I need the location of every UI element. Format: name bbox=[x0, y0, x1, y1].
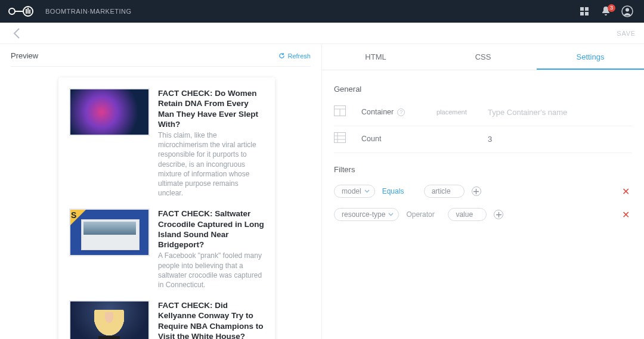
editor-tabs: HTML CSS Settings bbox=[322, 44, 644, 70]
svg-rect-5 bbox=[29, 10, 30, 14]
tab-settings[interactable]: Settings bbox=[537, 44, 644, 70]
preview-pane: Preview Refresh FACT CHECK: Do Women Ret… bbox=[0, 44, 322, 339]
tab-css[interactable]: CSS bbox=[429, 44, 537, 70]
svg-rect-9 bbox=[585, 12, 589, 15]
filter-left-select[interactable]: model bbox=[334, 185, 375, 198]
container-input[interactable] bbox=[488, 108, 632, 117]
filter-left-select[interactable]: resource-type bbox=[334, 208, 399, 221]
help-icon[interactable]: ? bbox=[397, 108, 405, 116]
count-label: Count bbox=[361, 135, 433, 143]
svg-rect-6 bbox=[580, 7, 584, 11]
top-nav: BOOMTRAIN·MARKETING 3 bbox=[0, 0, 644, 23]
article-row[interactable]: FACT CHECK: Did Kellyanne Conway Try to … bbox=[69, 300, 264, 339]
refresh-icon bbox=[278, 52, 285, 59]
article-desc: This claim, like the microchimerism the … bbox=[158, 130, 264, 198]
count-value[interactable]: 3 bbox=[488, 135, 632, 144]
logo[interactable] bbox=[8, 5, 35, 17]
article-thumbnail bbox=[69, 300, 150, 339]
svg-rect-7 bbox=[585, 7, 589, 11]
logo-icon bbox=[8, 5, 35, 17]
section-filters-title: Filters bbox=[334, 165, 632, 174]
article-thumbnail: S bbox=[69, 209, 150, 256]
filter-right-select[interactable]: article bbox=[424, 185, 465, 198]
svg-point-0 bbox=[9, 8, 15, 14]
svg-rect-15 bbox=[335, 133, 346, 143]
brand-text: BOOMTRAIN·MARKETING bbox=[45, 8, 132, 15]
main-split: Preview Refresh FACT CHECK: Do Women Ret… bbox=[0, 44, 644, 339]
sub-bar: SAVE bbox=[0, 23, 644, 44]
add-filter-value-button[interactable] bbox=[472, 186, 481, 196]
refresh-label: Refresh bbox=[287, 52, 311, 60]
article-title: FACT CHECK: Do Women Retain DNA From Eve… bbox=[158, 88, 264, 129]
svg-point-11 bbox=[626, 8, 629, 12]
article-desc: A Facebook "prank" fooled many people in… bbox=[158, 251, 264, 290]
field-count: Count 3 bbox=[334, 126, 632, 153]
tab-html[interactable]: HTML bbox=[322, 44, 429, 70]
article-row[interactable]: S FACT CHECK: Saltwater Crocodile Captur… bbox=[69, 209, 264, 290]
svg-rect-4 bbox=[27, 8, 29, 14]
plus-icon bbox=[473, 189, 479, 194]
filter-right-select[interactable]: value bbox=[448, 208, 487, 221]
chevron-down-icon bbox=[364, 189, 370, 193]
article-title: FACT CHECK: Saltwater Crocodile Captured… bbox=[158, 209, 264, 250]
profile-icon[interactable] bbox=[619, 3, 636, 20]
svg-rect-3 bbox=[26, 9, 27, 14]
chevron-left-icon bbox=[13, 27, 21, 39]
refresh-button[interactable]: Refresh bbox=[278, 52, 311, 60]
notifications-icon[interactable]: 3 bbox=[597, 3, 614, 20]
article-thumbnail bbox=[69, 88, 150, 136]
article-title: FACT CHECK: Did Kellyanne Conway Try to … bbox=[158, 300, 264, 339]
preview-title: Preview bbox=[11, 51, 38, 60]
add-filter-value-button[interactable] bbox=[494, 210, 503, 219]
container-label: Container ? bbox=[361, 108, 433, 116]
settings-pane: HTML CSS Settings General Container ? pl… bbox=[322, 44, 644, 339]
plus-icon bbox=[496, 212, 501, 217]
remove-filter-button[interactable]: ✕ bbox=[620, 186, 632, 197]
filter-row: resource-type Operator value ✕ bbox=[334, 203, 632, 226]
count-field-icon bbox=[334, 132, 347, 145]
section-general-title: General bbox=[334, 85, 632, 94]
save-button[interactable]: SAVE bbox=[617, 30, 636, 37]
filter-row: model Equals article ✕ bbox=[334, 180, 632, 203]
chevron-down-icon bbox=[388, 213, 394, 216]
filter-operator[interactable]: Equals bbox=[382, 187, 417, 195]
field-container: Container ? placement bbox=[334, 99, 632, 126]
filter-operator[interactable]: Operator bbox=[406, 210, 441, 219]
svg-rect-8 bbox=[580, 12, 584, 15]
back-button[interactable] bbox=[8, 25, 25, 42]
remove-filter-button[interactable]: ✕ bbox=[620, 209, 632, 220]
container-field-icon bbox=[334, 105, 347, 119]
article-row[interactable]: FACT CHECK: Do Women Retain DNA From Eve… bbox=[69, 88, 264, 198]
rating-badge-icon: S bbox=[70, 209, 86, 226]
apps-icon[interactable] bbox=[576, 3, 593, 20]
container-hint: placement bbox=[436, 108, 484, 116]
notifications-badge: 3 bbox=[608, 4, 615, 12]
preview-card: FACT CHECK: Do Women Retain DNA From Eve… bbox=[58, 77, 275, 339]
